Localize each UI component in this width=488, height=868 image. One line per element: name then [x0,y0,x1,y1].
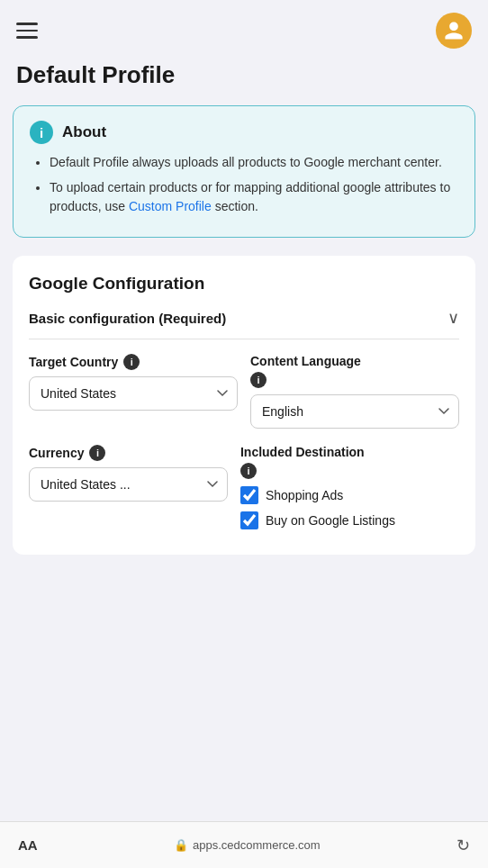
currency-destination-row: Currency i United States ... British Pou… [29,445,459,537]
included-destination-info-icon[interactable]: i [240,463,257,479]
target-country-col: Target Country i United States United Ki… [29,354,238,411]
content-language-select[interactable]: English French Spanish German [250,394,459,429]
custom-profile-link[interactable]: Custom Profile [129,199,212,213]
buy-on-google-label: Buy on Google Listings [266,513,395,528]
target-country-info-icon[interactable]: i [123,354,140,370]
country-language-row: Target Country i United States United Ki… [29,354,459,429]
basic-config-label: Basic configuration (Required) [29,311,226,326]
config-card: Google Configuration Basic configuration… [13,256,475,555]
chevron-down-icon[interactable]: ∨ [447,308,459,328]
url-display: 🔒 apps.cedcommerce.com [174,838,321,852]
included-destination-col: Included Destination i Shopping Ads Buy … [240,445,459,537]
config-card-title: Google Configuration [29,274,459,294]
content-language-col: Content Language i English French Spanis… [250,354,459,429]
about-header: i About [30,121,458,144]
buy-on-google-item: Buy on Google Listings [240,511,459,529]
shopping-ads-checkbox[interactable] [240,486,258,504]
menu-button[interactable] [16,23,38,39]
bottom-bar: AA 🔒 apps.cedcommerce.com ↻ [0,821,488,868]
currency-info-icon[interactable]: i [89,445,105,461]
shopping-ads-item: Shopping Ads [240,486,459,504]
about-body: Default Profile always uploads all produ… [30,153,458,217]
url-text: apps.cedcommerce.com [193,838,321,852]
about-title: About [62,123,106,141]
about-card: i About Default Profile always uploads a… [13,105,475,238]
text-size-button[interactable]: AA [18,837,38,853]
page-title: Default Profile [0,58,488,105]
target-country-select[interactable]: United States United Kingdom Canada Aust… [29,376,238,411]
content-language-label: Content Language [250,354,361,368]
about-bullet-1: Default Profile always uploads all produ… [50,153,458,173]
content-language-info-icon[interactable]: i [250,372,267,388]
lock-icon: 🔒 [174,838,188,852]
about-info-icon: i [30,121,53,144]
basic-config-section-header[interactable]: Basic configuration (Required) ∨ [29,308,459,339]
avatar[interactable] [436,13,472,49]
about-bullet-2: To upload certain products or for mappin… [50,178,458,217]
reload-button[interactable]: ↻ [456,836,470,855]
included-destination-label: Included Destination [240,445,459,459]
target-country-label: Target Country [29,355,118,369]
currency-label: Currency [29,446,84,460]
currency-select[interactable]: United States ... British Pound (GBP) Eu… [29,467,228,502]
shopping-ads-label: Shopping Ads [266,488,343,502]
currency-col: Currency i United States ... British Pou… [29,445,228,502]
top-nav [0,0,488,58]
buy-on-google-checkbox[interactable] [240,511,258,529]
